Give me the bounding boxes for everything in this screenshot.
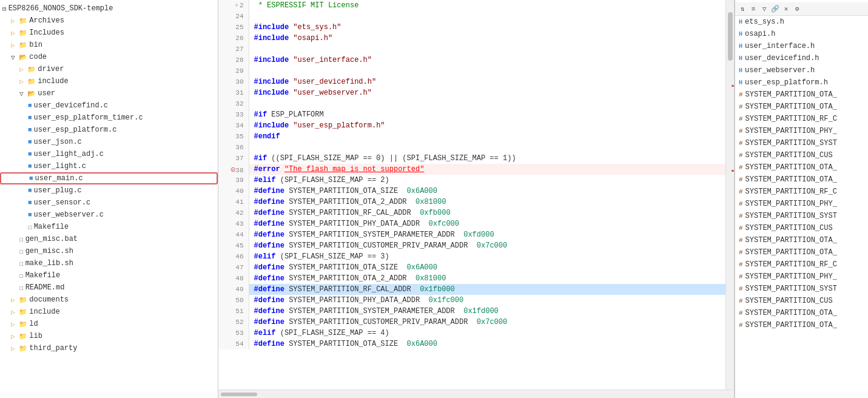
- tree-item-user_esp_platform_timer.c[interactable]: ■ user_esp_platform_timer.c: [0, 112, 218, 124]
- tree-item-ld[interactable]: ▷ 📁 ld: [0, 318, 218, 330]
- tree-item-user_devicefind.c[interactable]: ■ user_devicefind.c: [0, 100, 218, 112]
- symbol-item[interactable]: #SYSTEM_PARTITION_RF_C: [735, 113, 868, 125]
- line-content[interactable]: #include "user_esp_platform.h": [249, 120, 725, 131]
- tree-item-user_light_adj.c[interactable]: ■ user_light_adj.c: [0, 148, 218, 160]
- symbol-item[interactable]: #SYSTEM_PARTITION_OTA_: [735, 161, 868, 174]
- symbol-item[interactable]: #SYSTEM_PARTITION_SYST: [735, 283, 868, 295]
- tree-item-user_webserver.c[interactable]: ■ user_webserver.c: [0, 209, 218, 221]
- symbol-item[interactable]: #SYSTEM_PARTITION_SYST: [735, 137, 868, 149]
- tree-item-readme[interactable]: ◻ README.md: [0, 282, 218, 294]
- sort-icon[interactable]: ⇅: [738, 4, 747, 14]
- tree-item-makefile_root[interactable]: ◻ Makefile: [0, 269, 218, 282]
- symbol-item[interactable]: Hosapi.h: [735, 28, 868, 40]
- tree-item-include_root[interactable]: ▷ 📁 include: [0, 306, 218, 318]
- tree-item-makefile_user[interactable]: ◻ Makefile: [0, 221, 218, 233]
- symbol-item[interactable]: #SYSTEM_PARTITION_OTA_: [735, 101, 868, 113]
- symbol-item[interactable]: Huser_interface.h: [735, 40, 868, 52]
- tree-item-gen_misc.sh[interactable]: ◻ gen_misc.sh: [0, 245, 218, 257]
- tree-item-bin[interactable]: ▷ 📁 bin: [0, 39, 218, 51]
- file-tree[interactable]: ⊟ ESP8266_NONOS_SDK-temple▷ 📁 Archives▷ …: [0, 0, 218, 398]
- line-content[interactable]: #define SYSTEM_PARTITION_OTA_2_ADDR 0x81…: [249, 273, 725, 284]
- tree-item-driver[interactable]: ▷ 📁 driver: [0, 63, 218, 75]
- tree-item-user_json.c[interactable]: ■ user_json.c: [0, 136, 218, 148]
- tree-item-user_esp_platform.c[interactable]: ■ user_esp_platform.c: [0, 124, 218, 136]
- link-icon[interactable]: 🔗: [770, 4, 780, 14]
- line-content[interactable]: [249, 66, 725, 76]
- line-content[interactable]: #include "user_interface.h": [249, 55, 725, 66]
- line-content[interactable]: #include "user_webserver.h": [249, 87, 725, 98]
- tree-item-user[interactable]: ▽ 📂 user: [0, 87, 218, 100]
- line-content[interactable]: #define SYSTEM_PARTITION_OTA_2_ADDR 0x81…: [249, 197, 725, 207]
- line-content[interactable]: #define SYSTEM_PARTITION_OTA_SIZE 0x6A00…: [249, 262, 725, 273]
- line-content[interactable]: #include "ets_sys.h": [249, 22, 725, 33]
- line-content[interactable]: #include "osapi.h": [249, 33, 725, 44]
- line-content[interactable]: #define SYSTEM_PARTITION_OTA_SIZE 0x6A00…: [249, 186, 725, 197]
- line-content[interactable]: #if ((SPI_FLASH_SIZE_MAP == 0) || (SPI_F…: [249, 153, 725, 164]
- line-content[interactable]: [249, 44, 725, 55]
- symbol-item[interactable]: #SYSTEM_PARTITION_PHY_: [735, 125, 868, 137]
- gear-icon[interactable]: ⚙: [792, 4, 802, 14]
- line-content[interactable]: #error "The flash map is not supported": [249, 164, 725, 175]
- symbol-item[interactable]: #SYSTEM_PARTITION_CUS: [735, 222, 868, 234]
- line-content[interactable]: #define SYSTEM_PARTITION_CUSTOMER_PRIV_P…: [249, 317, 725, 328]
- macro-icon: #: [739, 224, 743, 232]
- tree-item-make_lib.sh[interactable]: ◻ make_lib.sh: [0, 257, 218, 269]
- line-content[interactable]: #elif (SPI_FLASH_SIZE_MAP == 4): [249, 328, 725, 339]
- tree-item-gen_misc.bat[interactable]: ◻ gen_misc.bat: [0, 233, 218, 245]
- symbol-item[interactable]: #SYSTEM_PARTITION_OTA_: [735, 89, 868, 101]
- line-content[interactable]: #define SYSTEM_PARTITION_SYSTEM_PARAMETE…: [249, 306, 725, 317]
- tree-item-documents[interactable]: ▷ 📁 documents: [0, 294, 218, 306]
- line-content[interactable]: #elif (SPI_FLASH_SIZE_MAP == 2): [249, 175, 725, 186]
- tree-item-archives[interactable]: ▷ 📁 Archives: [0, 15, 218, 27]
- tree-item-code[interactable]: ▽ 📂 code: [0, 51, 218, 63]
- symbol-item[interactable]: Hets_sys.h: [735, 16, 868, 28]
- tree-item-user_sensor.c[interactable]: ■ user_sensor.c: [0, 197, 218, 209]
- symbol-item[interactable]: #SYSTEM_PARTITION_OTA_: [735, 234, 868, 246]
- group-icon[interactable]: ≡: [749, 4, 758, 14]
- line-content[interactable]: #if ESP_PLATFORM: [249, 109, 725, 120]
- symbol-item[interactable]: Huser_devicefind.h: [735, 52, 868, 64]
- symbol-item[interactable]: #SYSTEM_PARTITION_OTA_: [735, 174, 868, 186]
- line-content[interactable]: #define SYSTEM_PARTITION_OTA_SIZE 0x6A00…: [249, 339, 725, 349]
- line-content[interactable]: #include "user_devicefind.h": [249, 76, 725, 87]
- line-content[interactable]: #elif (SPI_FLASH_SIZE_MAP == 3): [249, 251, 725, 262]
- line-number: 34: [218, 120, 249, 131]
- line-content[interactable]: [249, 142, 725, 153]
- symbol-item[interactable]: #SYSTEM_PARTITION_CUS: [735, 295, 868, 307]
- line-content[interactable]: [249, 11, 725, 22]
- symbol-item[interactable]: #SYSTEM_PARTITION_OTA_: [735, 319, 868, 331]
- tree-item-user_light.c[interactable]: ■ user_light.c: [0, 160, 218, 172]
- file-icon: ◻: [19, 235, 24, 243]
- line-content[interactable]: #define SYSTEM_PARTITION_PHY_DATA_ADDR 0…: [249, 218, 725, 229]
- vertical-scrollbar[interactable]: [725, 0, 734, 390]
- symbol-item[interactable]: #SYSTEM_PARTITION_CUS: [735, 149, 868, 161]
- line-content[interactable]: #define SYSTEM_PARTITION_PHY_DATA_ADDR 0…: [249, 295, 725, 306]
- tree-item-root[interactable]: ⊟ ESP8266_NONOS_SDK-temple: [0, 2, 218, 15]
- tree-item-include[interactable]: ▷ 📁 include: [0, 75, 218, 87]
- line-content[interactable]: #endif: [249, 131, 725, 142]
- horizontal-scrollbar[interactable]: [218, 390, 734, 398]
- tree-item-includes[interactable]: ▷ 📁 Includes: [0, 27, 218, 39]
- symbol-item[interactable]: #SYSTEM_PARTITION_PHY_: [735, 198, 868, 210]
- line-content[interactable]: #define SYSTEM_PARTITION_SYSTEM_PARAMETE…: [249, 229, 725, 240]
- symbol-item[interactable]: #SYSTEM_PARTITION_PHY_: [735, 271, 868, 283]
- tree-item-lib[interactable]: ▷ 📁 lib: [0, 330, 218, 342]
- filter-icon[interactable]: ▽: [759, 4, 769, 14]
- symbol-item[interactable]: #SYSTEM_PARTITION_RF_C: [735, 258, 868, 271]
- symbol-item[interactable]: #SYSTEM_PARTITION_OTA_: [735, 246, 868, 258]
- tree-item-user_plug.c[interactable]: ■ user_plug.c: [0, 184, 218, 197]
- line-content[interactable]: * ESPRESSIF MIT License: [249, 0, 725, 11]
- symbol-item[interactable]: #SYSTEM_PARTITION_RF_C: [735, 186, 868, 198]
- symbol-item[interactable]: #SYSTEM_PARTITION_SYST: [735, 210, 868, 222]
- line-content[interactable]: [249, 98, 725, 109]
- line-content[interactable]: #define SYSTEM_PARTITION_RF_CAL_ADDR 0x1…: [249, 284, 725, 295]
- line-content[interactable]: #define SYSTEM_PARTITION_CUSTOMER_PRIV_P…: [249, 240, 725, 251]
- symbol-item[interactable]: #SYSTEM_PARTITION_OTA_: [735, 307, 868, 319]
- line-content[interactable]: #define SYSTEM_PARTITION_RF_CAL_ADDR 0xf…: [249, 207, 725, 218]
- symbol-item[interactable]: Huser_webserver.h: [735, 64, 868, 76]
- code-content[interactable]: +2 * ESPRESSIF MIT License2425#include "…: [218, 0, 725, 390]
- tree-item-user_main.c[interactable]: ■ user_main.c: [0, 172, 218, 184]
- close-icon[interactable]: ✕: [781, 4, 791, 14]
- symbol-item[interactable]: Huser_esp_platform.h: [735, 76, 868, 89]
- tree-item-third_party[interactable]: ▷ 📁 third_party: [0, 342, 218, 354]
